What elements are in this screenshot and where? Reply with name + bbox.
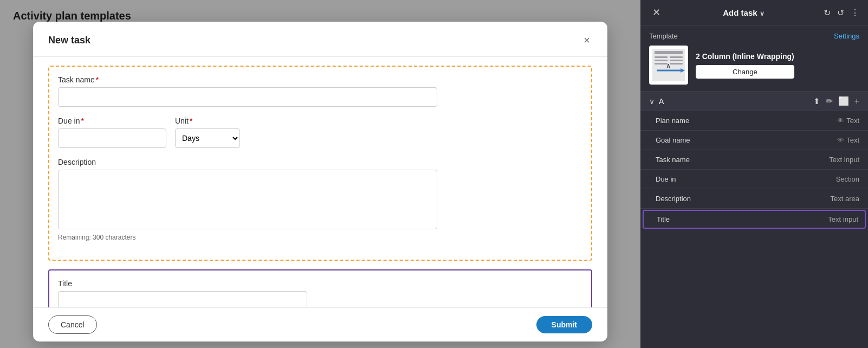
field-type-label: Section xyxy=(836,175,859,183)
description-group: Description Remaining: 300 characters xyxy=(58,158,582,241)
char-remaining: Remaining: 300 characters xyxy=(58,234,582,241)
field-rows: Plan name👁TextGoal name👁TextTask nameTex… xyxy=(640,111,868,348)
svg-rect-6 xyxy=(655,63,668,65)
topbar-undo-button[interactable]: ↺ xyxy=(837,8,844,18)
svg-text:A: A xyxy=(666,63,670,69)
svg-rect-5 xyxy=(670,60,683,61)
section-a-icons: ⬆ ✏ ⬜ + xyxy=(813,96,859,106)
template-name: 2 Column (Inline Wrapping) xyxy=(696,52,794,61)
svg-rect-3 xyxy=(670,56,683,58)
modal-overlay: New task × Task name* xyxy=(0,0,640,348)
unit-select[interactable]: Days Weeks Months xyxy=(175,128,240,148)
title-label: Title xyxy=(58,279,582,288)
topbar-dropdown-arrow: ∨ xyxy=(760,10,765,17)
unit-label: Unit* xyxy=(175,117,240,125)
cursor-icon: ⬆ xyxy=(813,96,820,106)
task-name-label: Task name* xyxy=(58,75,582,84)
field-type-label: 👁Text xyxy=(837,117,859,125)
topbar-close-button[interactable]: ✕ xyxy=(649,5,664,20)
description-label: Description xyxy=(58,158,582,166)
svg-rect-4 xyxy=(655,60,668,61)
cancel-button[interactable]: Cancel xyxy=(48,315,97,334)
description-textarea[interactable] xyxy=(58,170,437,229)
eye-icon: 👁 xyxy=(837,136,844,144)
topbar-title: Add task ∨ xyxy=(668,8,819,17)
modal-footer: Cancel Submit xyxy=(33,307,607,341)
template-info: 2 Column (Inline Wrapping) Change xyxy=(696,52,794,79)
expand-section-button[interactable]: ⬜ xyxy=(838,96,849,106)
field-row-goal-name: Goal name👁Text xyxy=(640,131,868,150)
field-row-due-in: Due inSection xyxy=(640,170,868,189)
modal-header: New task × xyxy=(33,22,607,57)
title-group: Title xyxy=(58,279,582,307)
section-a-header: ∨ A ⬆ ✏ ⬜ + xyxy=(640,92,868,111)
edit-section-button[interactable]: ✏ xyxy=(826,96,833,106)
svg-rect-2 xyxy=(655,56,668,58)
field-type-label: Text input xyxy=(829,156,859,164)
settings-link[interactable]: Settings xyxy=(834,32,859,40)
topbar-more-button[interactable]: ⋮ xyxy=(851,8,859,18)
due-in-required: * xyxy=(81,117,83,125)
form-section-main: Task name* Due in* xyxy=(48,66,592,261)
topbar-redo-button[interactable]: ↻ xyxy=(824,8,831,18)
left-panel: Activity plan templates New task × Task … xyxy=(0,0,640,348)
field-row-title: TitleText input xyxy=(643,210,866,229)
field-type-label: Text input xyxy=(828,215,858,223)
template-label: Template xyxy=(649,32,678,40)
right-panel-topbar: ✕ Add task ∨ ↻ ↺ ⋮ xyxy=(640,0,868,25)
template-section: Template Settings xyxy=(640,25,868,92)
field-row-task-name: Task nameText input xyxy=(640,150,868,170)
due-in-label: Due in* xyxy=(58,117,166,125)
unit-required: * xyxy=(190,117,192,125)
change-template-button[interactable]: Change xyxy=(696,65,794,79)
template-row: Template Settings xyxy=(649,32,859,40)
add-section-button[interactable]: + xyxy=(854,96,859,106)
due-unit-row: Due in* Unit* Days Weeks Months xyxy=(58,117,582,148)
section-a-label: A xyxy=(659,97,809,106)
modal-title: New task xyxy=(48,35,90,46)
section-collapse-button[interactable]: ∨ xyxy=(649,97,655,106)
task-name-group: Task name* xyxy=(58,75,582,107)
due-in-input[interactable] xyxy=(58,128,166,148)
title-input[interactable] xyxy=(58,291,307,307)
modal-dialog: New task × Task name* xyxy=(33,22,607,341)
eye-icon: 👁 xyxy=(837,117,844,125)
field-row-description: DescriptionText area xyxy=(640,189,868,209)
task-name-required: * xyxy=(96,75,99,84)
task-name-input[interactable] xyxy=(58,87,437,107)
topbar-icons: ↻ ↺ ⋮ xyxy=(824,8,859,18)
svg-rect-7 xyxy=(670,63,683,65)
right-panel: ✕ Add task ∨ ↻ ↺ ⋮ Template Settings xyxy=(640,0,868,348)
field-name-label: Description xyxy=(656,195,691,203)
field-type-label: 👁Text xyxy=(837,136,859,144)
field-type-label: Text area xyxy=(831,195,859,203)
modal-close-button[interactable]: × xyxy=(581,33,592,48)
field-row-plan-name: Plan name👁Text xyxy=(640,111,868,131)
template-thumbnail-svg: A xyxy=(651,48,686,82)
template-thumbnail: A xyxy=(649,46,688,85)
unit-group: Unit* Days Weeks Months xyxy=(175,117,240,148)
submit-button[interactable]: Submit xyxy=(536,316,592,333)
field-name-label: Goal name xyxy=(656,136,690,144)
field-name-label: Due in xyxy=(656,175,676,183)
form-section-title: Title xyxy=(48,269,592,307)
field-name-label: Plan name xyxy=(656,117,689,125)
template-content: A 2 Column (Inline Wrapping) Change xyxy=(649,46,859,85)
due-in-group: Due in* xyxy=(58,117,166,148)
svg-rect-1 xyxy=(655,51,683,54)
field-name-label: Task name xyxy=(656,156,690,164)
field-name-label: Title xyxy=(657,215,670,223)
modal-body: Task name* Due in* xyxy=(33,57,607,307)
